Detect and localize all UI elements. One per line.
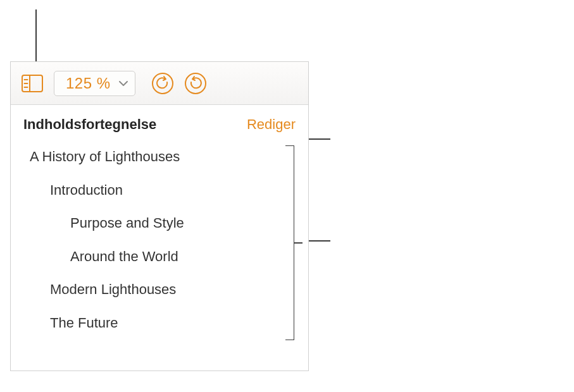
toc-title: Indholdsfortegnelse bbox=[23, 116, 156, 133]
toc-entry[interactable]: Modern Lighthouses bbox=[30, 281, 297, 299]
toc-entry[interactable]: Around the World bbox=[30, 248, 297, 266]
undo-icon bbox=[151, 72, 174, 95]
toc-list: Indholdsfortegnelse Rediger A History of… bbox=[11, 116, 308, 333]
redo-button[interactable] bbox=[184, 71, 208, 95]
toc-header: Indholdsfortegnelse Rediger bbox=[22, 116, 297, 133]
toc-entry[interactable]: Purpose and Style bbox=[30, 214, 297, 233]
toc-content-area: Indholdsfortegnelse Rediger A History of… bbox=[11, 105, 308, 333]
zoom-dropdown[interactable]: 125 % bbox=[54, 71, 135, 96]
sidebar-panel-icon bbox=[22, 75, 43, 92]
undo-redo-group bbox=[151, 71, 208, 95]
chevron-down-icon bbox=[118, 80, 128, 87]
svg-point-6 bbox=[185, 73, 206, 94]
callout-bracket bbox=[285, 145, 294, 340]
undo-button[interactable] bbox=[151, 71, 175, 95]
toc-edit-button[interactable]: Rediger bbox=[247, 116, 296, 133]
sidebar-panel: 125 % bbox=[10, 61, 309, 371]
redo-icon bbox=[184, 72, 207, 95]
svg-point-5 bbox=[153, 73, 173, 94]
toolbar: 125 % bbox=[11, 62, 308, 105]
view-mode-button[interactable] bbox=[18, 71, 46, 96]
toc-entry[interactable]: A History of Lighthouses bbox=[30, 148, 297, 166]
zoom-value: 125 % bbox=[66, 75, 111, 92]
toc-entries: A History of Lighthouses Introduction Pu… bbox=[22, 148, 297, 333]
callout-line-view-button bbox=[35, 9, 37, 61]
toc-entry[interactable]: Introduction bbox=[30, 181, 297, 200]
callout-bracket-tick bbox=[294, 242, 303, 243]
toc-entry[interactable]: The Future bbox=[30, 314, 297, 333]
